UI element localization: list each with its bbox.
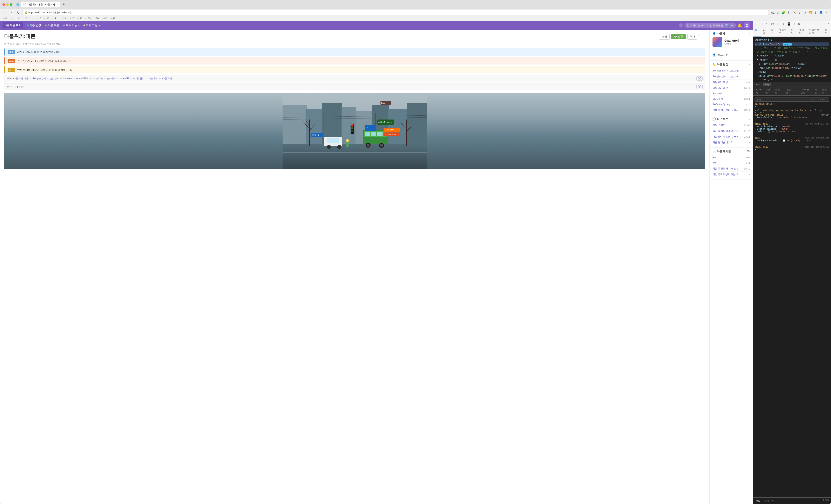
devtools-home-icon[interactable]: ⌂	[765, 22, 768, 26]
recent-edit-name[interactable]: 만물아 감사찬송 부르자	[713, 108, 743, 112]
recent-edit-name[interactable]: file:Vutterfly.png	[713, 103, 743, 106]
bookmark-80[interactable]: □ 80	[101, 17, 108, 21]
devtools-style-icon[interactable]: ≡	[782, 22, 785, 26]
maximize-button[interactable]	[10, 3, 12, 6]
bookmark-12[interactable]: □ 12	[60, 17, 66, 21]
bottom-add-button[interactable]: +	[772, 499, 774, 503]
subtab-layout[interactable]: 레이아웃	[773, 87, 783, 95]
tab-security[interactable]: 보안	[823, 27, 831, 36]
breadcrumb-link-4[interactable]: openNAMU	[77, 77, 89, 80]
search-arrow-icon[interactable]: →	[730, 24, 733, 27]
devtools-settings-icon[interactable]: ⚙	[797, 22, 801, 26]
more-icon[interactable]: ⋮	[813, 10, 818, 15]
devtools-more-icon[interactable]: ⋮	[822, 22, 826, 26]
styles-filter-input[interactable]	[756, 98, 808, 101]
reload-button[interactable]: ↻	[16, 10, 21, 15]
tab-performance[interactable]: 성능	[789, 27, 797, 36]
breadcrumb-link-7[interactable]: openNAMU/사용 위키	[121, 77, 145, 80]
wifi-icon[interactable]: 📶	[808, 10, 812, 15]
category-expand-button[interactable]: [+]	[696, 85, 703, 89]
history-nav-icon[interactable]: 🕑	[792, 10, 796, 15]
subtab-dom-breakpoints[interactable]: DOM 중단점	[799, 87, 813, 95]
tab-close-button[interactable]: ×	[56, 3, 58, 6]
recent-edit-name[interactable]: file:신스킨과 비교샷.png	[713, 69, 749, 72]
body-tab[interactable]: body	[763, 83, 771, 86]
nav-extra-func[interactable]: 추가 기능 ▾	[81, 22, 102, 28]
breadcrumb-expand-button[interactable]: [+]	[696, 77, 703, 81]
breadcrumb-link-1[interactable]: 다올위키:대문	[13, 77, 29, 80]
recent-edit-name[interactable]: file:신스킨과 비교샷.png	[713, 75, 749, 78]
tab-sources[interactable]: 소스	[769, 27, 777, 36]
breadcrumb-link-8[interactable]: 시드위키	[148, 77, 158, 80]
recent-edit-name[interactable]: 다올위키:대문	[713, 86, 743, 90]
profile-icon[interactable]: 👤	[819, 10, 823, 15]
recent-discuss-name[interactable]: 다올위키의 운영 문서의 CCL이 해지될 ....	[713, 135, 743, 139]
posts-list-icon[interactable]: ☰	[747, 150, 749, 153]
filter-cls[interactable]: .cls	[815, 98, 821, 101]
bookmark-60[interactable]: □ 60	[85, 17, 91, 21]
bottom-tab-issues[interactable]: 문제	[763, 499, 770, 503]
breadcrumb-link-9[interactable]: 다올위키	[162, 77, 172, 80]
subtab-styles[interactable]: 스타일	[754, 87, 764, 95]
sync-icon[interactable]: ↕	[797, 10, 802, 15]
user-section-chevron[interactable]: ›	[749, 32, 750, 35]
history-button[interactable]: 역사	[687, 34, 697, 39]
breadcrumb-link-5[interactable]: 위브위키	[93, 77, 103, 80]
back-button[interactable]: ‹	[2, 10, 7, 15]
recent-discuss-name[interactable]: 처음 뵙겠습니다?	[713, 141, 743, 144]
bookmark-99[interactable]: □ 99	[109, 17, 116, 21]
recent-posts-chevron[interactable]: ›	[749, 150, 750, 153]
style-line[interactable]: <style id="stylus-1" type="text/css" cla…	[754, 74, 829, 82]
body-close-line[interactable]: </body>	[754, 70, 829, 75]
div-extension-line[interactable]: <div id="extension-mplj"></div>	[754, 66, 829, 70]
wiki-search-input[interactable]	[687, 24, 724, 27]
recent-discuss-name[interactable]: 자유 스레드	[713, 123, 743, 127]
recent-post-name[interactable]: 개인적으로 생각하는 요즘 위키에 대한 ...	[713, 173, 743, 176]
wiki-logo[interactable]: 다올 다올 위키	[2, 22, 23, 28]
devtools-box-icon[interactable]: □	[760, 22, 764, 26]
body-open-line[interactable]: ▼ <body> ··· 10	[754, 58, 829, 62]
breadcrumb-link-2[interactable]: file:신스킨과 비교샷.png	[33, 77, 59, 80]
tab-application[interactable]: 애플리케이션	[807, 27, 823, 36]
recent-post-name[interactable]: 문의	[713, 161, 744, 165]
devtools-device-icon[interactable]: 📱	[786, 22, 792, 26]
reader-icon[interactable]: Aa	[770, 10, 775, 15]
font-rule-file[interactable]: <style>	[821, 114, 829, 116]
close-button[interactable]	[2, 3, 5, 6]
recent-edit-name[interactable]: 다올위키:대문	[713, 81, 743, 84]
more-options-button[interactable]: ⋮	[699, 34, 705, 39]
new-tab-button[interactable]: +	[61, 2, 66, 7]
bookmark-1[interactable]: □ 1	[9, 17, 15, 21]
bookmark-2[interactable]: □ 2	[16, 17, 22, 21]
notification-bell-icon[interactable]: 🔔	[738, 23, 742, 28]
bookmark-11[interactable]: □ 11	[52, 17, 59, 21]
breadcrumb-link-6[interactable]: 소나위키	[107, 77, 117, 80]
recent-edits-chevron[interactable]: ›	[749, 63, 750, 66]
active-tab[interactable]: 📄 다올위키:대문 - 다올위키 ×	[21, 2, 60, 7]
subtab-computed[interactable]: 계산됨	[764, 87, 773, 95]
tab-network[interactable]: 네트워크	[777, 27, 789, 36]
body-bg-file[interactable]: main.css.cache_v1:50	[805, 137, 829, 139]
forward-button[interactable]: ›	[9, 10, 14, 15]
html-tab[interactable]: html	[754, 83, 762, 86]
bottom-tab-console[interactable]: 콘솔	[754, 499, 762, 503]
recent-post-name[interactable]: 최근 구글링하다가 발견한 신생 오른나...	[713, 167, 743, 170]
bookmark-30[interactable]: □ 30	[77, 17, 83, 21]
search-icon[interactable]: 🔍	[725, 24, 729, 27]
search-toggle-icon[interactable]: ✕	[679, 23, 683, 28]
download-icon[interactable]: ⬇	[786, 10, 791, 15]
tab-console[interactable]: 콘솔	[761, 27, 769, 36]
devtools-network-icon[interactable]: ↕	[793, 22, 796, 26]
head-line[interactable]: ▶ <head> ··· </head>	[754, 54, 829, 58]
bookmark-5[interactable]: □ 5	[37, 17, 42, 21]
devtools-cursor-icon[interactable]: ⬚	[754, 22, 759, 26]
nav-special-func[interactable]: 특수 기능 ▾	[61, 22, 82, 28]
nav-recent-discuss[interactable]: 최근 토론	[43, 22, 61, 28]
settings-icon[interactable]: ⚙	[803, 10, 807, 15]
devtools-close-button[interactable]: ×	[828, 22, 829, 26]
discuss-button[interactable]: 💬 토론	[671, 34, 686, 39]
html-open-line[interactable]: <html lang="ko-KR"> scroll	[754, 42, 829, 47]
devtools-element-icon[interactable]: ⊙	[776, 22, 780, 26]
recent-edit-name[interactable]: 위키/소킨	[713, 97, 743, 101]
filter-hov[interactable]: :hov	[809, 98, 814, 101]
